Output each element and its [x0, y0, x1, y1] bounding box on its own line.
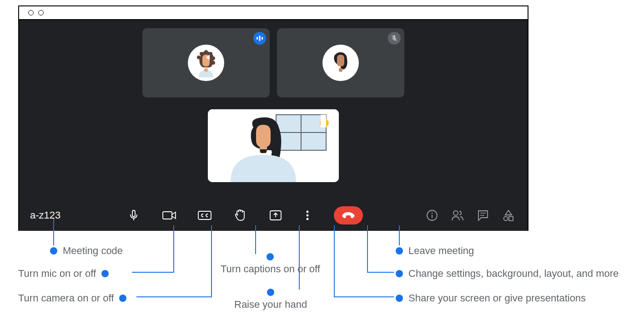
leave-call-button[interactable]: [334, 206, 363, 224]
avatar: [188, 45, 224, 81]
callout-mic: Turn mic on or off: [18, 268, 109, 280]
callout-more: Change settings, background, layout, and…: [396, 268, 619, 280]
svg-rect-2: [262, 37, 263, 40]
svg-point-27: [453, 211, 458, 215]
svg-rect-19: [198, 211, 211, 219]
svg-point-5: [204, 50, 208, 54]
callout-share: Share your screen or give presentations: [396, 292, 586, 304]
svg-point-22: [307, 214, 309, 217]
svg-point-23: [307, 218, 309, 220]
speaking-indicator-icon: [253, 32, 266, 45]
callout-label: Share your screen or give presentations: [408, 292, 586, 304]
callout-dot: [50, 247, 57, 255]
window-control-dot[interactable]: [28, 10, 34, 15]
camera-toggle-button[interactable]: [161, 207, 177, 224]
present-button[interactable]: [267, 207, 284, 224]
participant-tiles: [142, 28, 404, 97]
svg-rect-16: [321, 115, 326, 127]
svg-point-3: [197, 56, 201, 59]
callout-leave: Leave meeting: [396, 245, 474, 257]
camera-icon: [162, 209, 176, 222]
meeting-area: a-z123: [19, 20, 528, 231]
participant-tile-2[interactable]: [277, 28, 404, 97]
callout-label: Raise your hand: [234, 299, 307, 311]
callout-raise-hand: Raise your hand: [234, 289, 307, 311]
callout-dot: [396, 270, 403, 277]
svg-point-21: [307, 211, 309, 213]
svg-point-4: [200, 52, 203, 56]
callout-label: Turn mic on or off: [18, 268, 96, 280]
window-title-bar: [19, 6, 528, 20]
callout-dot: [396, 247, 403, 255]
callout-camera: Turn camera on or off: [18, 292, 126, 304]
meeting-code: a-z123: [30, 209, 126, 221]
callout-dot: [101, 270, 109, 277]
shapes-icon: [503, 209, 514, 221]
controls-bar: a-z123: [19, 200, 528, 231]
raise-hand-button[interactable]: [232, 207, 248, 224]
mic-icon: [127, 209, 140, 222]
svg-point-25: [432, 213, 433, 214]
people-button[interactable]: [449, 207, 466, 224]
svg-rect-0: [257, 37, 258, 40]
callout-label: Turn camera on or off: [18, 292, 114, 304]
captions-icon: [197, 209, 212, 222]
chat-icon: [477, 209, 489, 221]
captions-toggle-button[interactable]: [196, 207, 213, 224]
right-controls: [424, 207, 517, 224]
callout-captions: Turn captions on or off: [221, 253, 320, 275]
callout-dot: [267, 289, 274, 296]
callout-label: Meeting code: [63, 245, 123, 257]
center-controls: [126, 206, 363, 224]
people-icon: [451, 209, 464, 221]
svg-rect-18: [163, 212, 172, 219]
present-icon: [269, 209, 282, 222]
info-button[interactable]: [424, 207, 440, 224]
self-view-tile[interactable]: [208, 109, 339, 182]
window-control-dot[interactable]: [38, 10, 44, 15]
chat-button[interactable]: [475, 207, 491, 224]
activities-button[interactable]: [500, 207, 517, 224]
callout-dot: [267, 253, 274, 260]
avatar: [322, 45, 359, 81]
callout-meeting-code: Meeting code: [50, 245, 123, 257]
callout-dot: [119, 295, 126, 302]
more-vertical-icon: [306, 209, 309, 222]
hand-icon: [234, 209, 247, 222]
muted-mic-icon: [388, 32, 401, 45]
callout-dot: [396, 295, 403, 302]
callout-label: Turn captions on or off: [221, 263, 320, 275]
participant-tile-1[interactable]: [142, 28, 270, 97]
callout-label: Leave meeting: [408, 245, 474, 257]
more-options-button[interactable]: [303, 207, 312, 224]
info-icon: [426, 209, 438, 221]
svg-rect-31: [509, 217, 513, 221]
hangup-icon: [341, 211, 356, 220]
app-window: a-z123: [18, 5, 528, 231]
svg-point-30: [504, 217, 508, 221]
svg-point-8: [211, 61, 215, 65]
svg-rect-1: [259, 36, 261, 41]
callout-label: Change settings, background, layout, and…: [408, 268, 619, 280]
svg-point-7: [211, 56, 215, 60]
mic-toggle-button[interactable]: [126, 207, 142, 224]
